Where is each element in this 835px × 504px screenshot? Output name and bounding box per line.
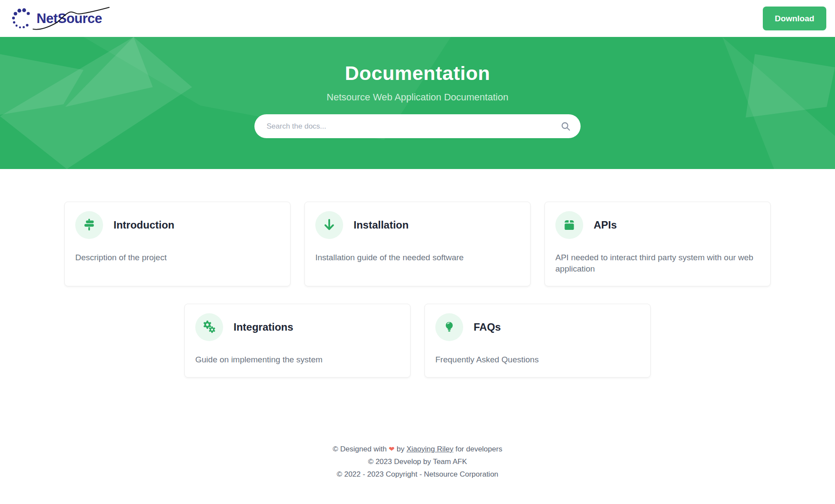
download-button[interactable]: Download: [763, 7, 826, 30]
footer-text: for developers: [455, 445, 502, 453]
netsource-logo[interactable]: NetSource: [10, 5, 110, 32]
card-faqs[interactable]: FAQs Frequently Asked Questions: [424, 304, 651, 378]
lightbulb-icon: [442, 320, 456, 334]
author-link[interactable]: Xiaoying Riley: [407, 445, 454, 453]
card-installation[interactable]: Installation Installation guide of the n…: [304, 202, 531, 286]
card-description: Guide on implementing the system: [195, 354, 400, 365]
card-apis[interactable]: APIs API needed to interact third party …: [544, 202, 771, 286]
page-title: Documentation: [0, 62, 835, 85]
footer-text: © Designed with: [333, 445, 387, 453]
signpost-icon: [82, 218, 97, 232]
icon-circle: [435, 313, 463, 341]
logo-wordmark: NetSource: [37, 11, 102, 27]
card-integrations[interactable]: Integrations Guide on implementing the s…: [184, 304, 411, 378]
search-bar: [254, 114, 581, 138]
search-input[interactable]: [254, 114, 581, 138]
download-arrow-icon: [322, 218, 337, 232]
hero-banner: Documentation Netsource Web Application …: [0, 37, 835, 169]
card-title: Integrations: [234, 321, 293, 333]
card-description: Description of the project: [75, 252, 280, 263]
box-icon: [562, 218, 577, 232]
card-row-2: Integrations Guide on implementing the s…: [0, 304, 835, 378]
card-row-1: Introduction Description of the project …: [0, 202, 835, 286]
card-description: API needed to interact third party syste…: [555, 252, 760, 274]
footer-line-develop: © 2023 Develop by Team AFK: [0, 455, 835, 468]
gears-icon: [201, 319, 217, 335]
card-title: Introduction: [114, 219, 174, 231]
card-description: Installation guide of the needed softwar…: [315, 252, 520, 263]
card-title: FAQs: [474, 321, 501, 333]
card-title: Installation: [354, 219, 409, 231]
logo-dot-ring-icon: [10, 6, 33, 31]
card-description: Frequently Asked Questions: [435, 354, 640, 365]
icon-circle: [555, 211, 583, 239]
icon-circle: [75, 211, 103, 239]
heart-icon: ❤: [389, 445, 394, 453]
icon-circle: [315, 211, 343, 239]
card-introduction[interactable]: Introduction Description of the project: [64, 202, 291, 286]
footer-line-designed: © Designed with ❤ by Xiaoying Riley for …: [0, 443, 835, 455]
card-title: APIs: [594, 219, 617, 231]
top-navbar: NetSource Download: [0, 0, 835, 37]
page-footer: © Designed with ❤ by Xiaoying Riley for …: [0, 443, 835, 481]
page-subtitle: Netsource Web Application Documentation: [0, 92, 835, 103]
footer-line-copyright: © 2022 - 2023 Copyright - Netsource Corp…: [0, 468, 835, 481]
icon-circle: [195, 313, 223, 341]
docs-card-grid: Introduction Description of the project …: [0, 202, 835, 378]
search-icon[interactable]: [561, 121, 571, 132]
footer-text: by: [397, 445, 404, 453]
